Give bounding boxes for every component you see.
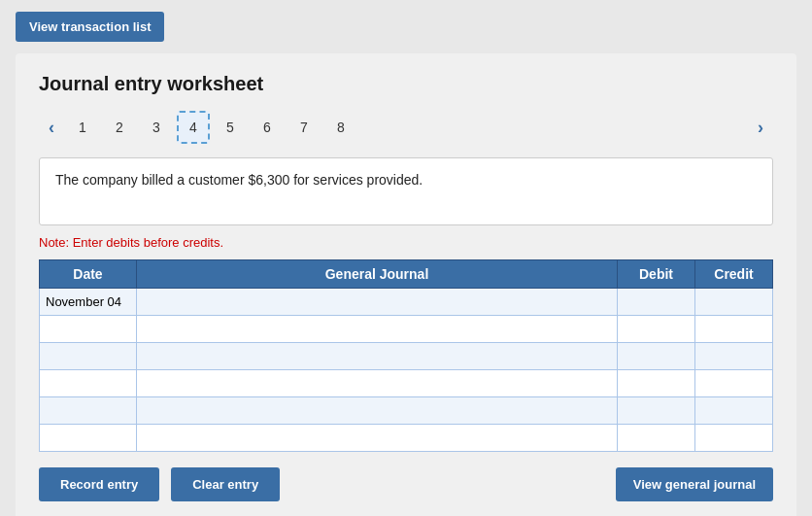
journal-input-4[interactable] xyxy=(137,370,617,396)
credit-input-6[interactable] xyxy=(695,425,772,451)
debit-input-4[interactable] xyxy=(618,370,694,396)
page-4-active[interactable]: 4 xyxy=(177,111,210,144)
credit-cell-4[interactable] xyxy=(695,370,773,397)
debit-input-6[interactable] xyxy=(618,425,694,451)
table-row xyxy=(40,316,773,343)
debit-cell-3[interactable] xyxy=(618,343,695,370)
prev-page-button[interactable]: ‹ xyxy=(39,114,64,142)
note-text: Note: Enter debits before credits. xyxy=(39,235,773,250)
description-box: The company billed a customer $6,300 for… xyxy=(39,157,773,225)
credit-input-2[interactable] xyxy=(695,316,772,342)
debit-cell-5[interactable] xyxy=(618,397,695,425)
table-row xyxy=(40,343,773,370)
clear-entry-button[interactable]: Clear entry xyxy=(171,467,280,501)
main-container: Journal entry worksheet ‹ 1 2 3 4 5 6 7 … xyxy=(16,53,796,516)
table-row xyxy=(40,370,773,397)
journal-cell-2[interactable] xyxy=(137,316,618,343)
view-transaction-button[interactable]: View transaction list xyxy=(16,12,164,42)
next-page-button[interactable]: › xyxy=(748,114,773,142)
journal-input-6[interactable] xyxy=(137,425,617,451)
journal-table: Date General Journal Debit Credit xyxy=(39,259,773,452)
table-row xyxy=(40,397,773,425)
date-input-5[interactable] xyxy=(40,397,136,424)
credit-input-4[interactable] xyxy=(695,370,772,396)
credit-input-5[interactable] xyxy=(695,397,772,424)
credit-input-3[interactable] xyxy=(695,343,772,369)
page-8[interactable]: 8 xyxy=(324,111,357,144)
page-3[interactable]: 3 xyxy=(140,111,173,144)
page-7[interactable]: 7 xyxy=(288,111,321,144)
date-input-3[interactable] xyxy=(40,343,136,369)
journal-input-2[interactable] xyxy=(137,316,617,342)
description-text: The company billed a customer $6,300 for… xyxy=(55,172,423,188)
table-row xyxy=(40,425,773,452)
date-input-2[interactable] xyxy=(40,316,136,342)
credit-cell-5[interactable] xyxy=(695,397,773,425)
date-input-6[interactable] xyxy=(40,425,136,451)
pagination: ‹ 1 2 3 4 5 6 7 8 › xyxy=(39,111,773,144)
journal-cell-5[interactable] xyxy=(137,397,618,425)
journal-input-5[interactable] xyxy=(137,397,617,424)
date-cell-2[interactable] xyxy=(40,316,137,343)
col-header-credit: Credit xyxy=(695,260,773,289)
credit-cell-1[interactable] xyxy=(695,289,773,316)
col-header-journal: General Journal xyxy=(137,260,618,289)
credit-input-1[interactable] xyxy=(695,289,772,315)
journal-cell-1[interactable] xyxy=(137,289,618,316)
debit-cell-4[interactable] xyxy=(618,370,695,397)
date-input-1[interactable] xyxy=(40,289,136,315)
debit-input-5[interactable] xyxy=(618,397,694,424)
date-cell-4[interactable] xyxy=(40,370,137,397)
journal-input-1[interactable] xyxy=(137,289,617,315)
debit-input-2[interactable] xyxy=(618,316,694,342)
debit-input-1[interactable] xyxy=(618,289,694,315)
date-input-4[interactable] xyxy=(40,370,136,396)
page-5[interactable]: 5 xyxy=(214,111,247,144)
col-header-date: Date xyxy=(40,260,137,289)
journal-cell-3[interactable] xyxy=(137,343,618,370)
table-row xyxy=(40,289,773,316)
date-cell-1[interactable] xyxy=(40,289,137,316)
journal-cell-4[interactable] xyxy=(137,370,618,397)
record-entry-button[interactable]: Record entry xyxy=(39,467,159,501)
top-bar: View transaction list xyxy=(0,0,812,53)
page-2[interactable]: 2 xyxy=(103,111,136,144)
credit-cell-2[interactable] xyxy=(695,316,773,343)
credit-cell-3[interactable] xyxy=(695,343,773,370)
debit-cell-6[interactable] xyxy=(618,425,695,452)
debit-input-3[interactable] xyxy=(618,343,694,369)
page-6[interactable]: 6 xyxy=(251,111,284,144)
view-general-journal-button[interactable]: View general journal xyxy=(616,467,773,501)
debit-cell-2[interactable] xyxy=(618,316,695,343)
credit-cell-6[interactable] xyxy=(695,425,773,452)
worksheet-title: Journal entry worksheet xyxy=(39,73,773,95)
date-cell-5[interactable] xyxy=(40,397,137,425)
journal-input-3[interactable] xyxy=(137,343,617,369)
col-header-debit: Debit xyxy=(618,260,695,289)
journal-cell-6[interactable] xyxy=(137,425,618,452)
debit-cell-1[interactable] xyxy=(618,289,695,316)
button-row: Record entry Clear entry View general jo… xyxy=(39,467,773,501)
date-cell-3[interactable] xyxy=(40,343,137,370)
page-1[interactable]: 1 xyxy=(66,111,99,144)
date-cell-6[interactable] xyxy=(40,425,137,452)
